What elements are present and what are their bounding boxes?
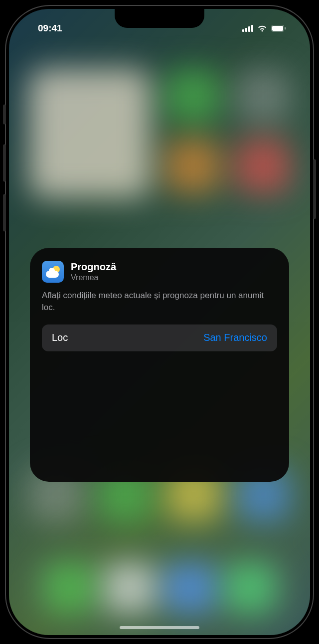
widget-config-popup: Prognoză Vremea Aflați condițiile meteo … [30, 248, 289, 482]
svg-rect-0 [242, 29, 244, 32]
popup-description: Aflați condițiile meteo actuale și progn… [42, 290, 277, 314]
location-label: Loc [52, 332, 68, 343]
svg-rect-3 [251, 25, 253, 32]
popup-title: Prognoză [71, 261, 116, 273]
popup-header: Prognoză Vremea [42, 261, 277, 283]
phone-frame: 09:41 [5, 5, 314, 639]
status-time: 09:41 [38, 23, 62, 34]
svg-rect-5 [272, 26, 283, 31]
location-value: San Francisco [203, 332, 267, 343]
battery-icon [271, 25, 286, 32]
svg-rect-1 [245, 28, 247, 32]
wifi-icon [257, 25, 267, 32]
status-icons [242, 25, 286, 32]
svg-rect-6 [285, 27, 286, 30]
home-indicator[interactable] [120, 626, 199, 629]
popup-app-name: Vremea [71, 273, 116, 282]
svg-rect-2 [248, 26, 250, 32]
location-selector[interactable]: Loc San Francisco [42, 324, 277, 351]
phone-screen: 09:41 [9, 9, 310, 635]
volume-up-button [3, 144, 6, 182]
weather-app-icon [42, 261, 64, 283]
cellular-icon [242, 25, 253, 32]
volume-down-button [3, 194, 6, 231]
mute-switch [3, 105, 6, 124]
notch [115, 9, 204, 28]
power-button [313, 159, 316, 219]
